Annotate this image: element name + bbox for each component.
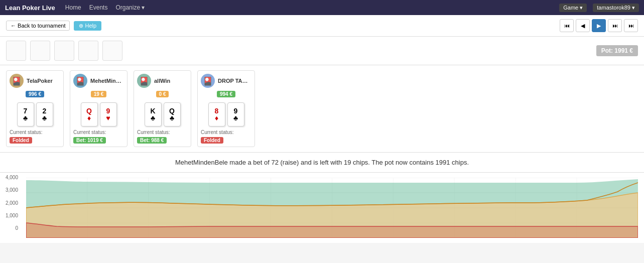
- navbar-left: Lean Poker Live Home Events Organize ▾: [5, 4, 145, 12]
- card-rank-1-1: 9: [106, 107, 110, 114]
- y-label-3000: 3,000: [1, 187, 18, 193]
- navbar-links: Home Events Organize ▾: [65, 4, 145, 11]
- player-card-1: 🎴 MehetMindenBele 19 € Q ♦ 9 ♥ Current s…: [70, 70, 127, 147]
- play-button[interactable]: ▶: [592, 19, 606, 32]
- toolbar-left: ← Back to tournament ⊕ Help: [6, 21, 101, 31]
- nav-home[interactable]: Home: [65, 4, 81, 11]
- card-rank-1-0: Q: [86, 107, 92, 114]
- player-chips-1: 19 €: [91, 91, 106, 97]
- player-name-1: MehetMindenBele: [90, 78, 124, 84]
- player-header-1: 🎴 MehetMindenBele: [73, 74, 124, 88]
- player-header-0: 🎴 TelaPoker: [10, 74, 60, 88]
- card-1-1: 9 ♥: [100, 102, 117, 126]
- skip-back-button[interactable]: ⏮: [560, 19, 574, 32]
- player-cards-0: 7 ♣ 2 ♣: [10, 102, 60, 126]
- card-suit-1-1: ♥: [106, 114, 110, 121]
- chip-chart: 4,000 3,000 2,000 1,000 0: [0, 173, 644, 243]
- player-avatar-0: 🎴: [10, 74, 24, 88]
- card-suit-2-0: ♣: [151, 114, 155, 121]
- empty-slots-row: Pot: 1991 €: [0, 37, 644, 65]
- status-badge-2: Bet: 988 €: [137, 137, 167, 144]
- player-chips-2: 0 €: [156, 91, 169, 97]
- card-1-0: Q ♦: [81, 102, 98, 126]
- game-message: MehetMindenBele made a bet of 72 (raise)…: [0, 153, 644, 173]
- y-label-2000: 2,000: [1, 200, 18, 206]
- nav-events[interactable]: Events: [89, 4, 108, 11]
- card-rank-2-0: K: [150, 107, 155, 114]
- pot-display: Pot: 1991 €: [596, 45, 638, 56]
- player-avatar-1: 🎴: [73, 74, 87, 88]
- empty-slot-3: [54, 41, 74, 61]
- message-text: MehetMindenBele made a bet of 72 (raise)…: [175, 159, 469, 166]
- toolbar: ← Back to tournament ⊕ Help ⏮ ◀ ▶ ⏭ ⏭: [0, 15, 644, 37]
- player-name-3: DROP TABLE users: [218, 78, 251, 84]
- player-avatar-2: 🎴: [137, 74, 151, 88]
- player-header-3: 🎴 DROP TABLE users: [201, 74, 251, 88]
- back-to-tournament-button[interactable]: ← Back to tournament: [6, 21, 70, 31]
- player-cards-2: K ♣ Q ♣: [137, 102, 188, 126]
- card-suit-0-0: ♣: [23, 114, 28, 121]
- card-rank-2-1: Q: [169, 107, 175, 114]
- card-suit-1-0: ♦: [87, 114, 91, 121]
- status-label-0: Current status:: [10, 129, 60, 135]
- player-cards-1: Q ♦ 9 ♥: [73, 102, 124, 126]
- status-label-1: Current status:: [73, 129, 124, 135]
- player-card-2: 🎴 allWin 0 € K ♣ Q ♣ Current status: Bet…: [134, 70, 191, 147]
- y-label-1000: 1,000: [1, 213, 18, 218]
- navbar-right: Game ▾ tamastorok89 ▾: [559, 4, 639, 12]
- empty-slot-5: [102, 41, 122, 61]
- player-name-2: allWin: [154, 78, 170, 84]
- player-header-2: 🎴 allWin: [137, 74, 188, 88]
- player-cards-3: 8 ♦ 9 ♣: [201, 102, 251, 126]
- step-back-button[interactable]: ◀: [576, 19, 590, 32]
- game-button[interactable]: Game ▾: [559, 4, 587, 12]
- player-card-3: 🎴 DROP TABLE users 994 € 8 ♦ 9 ♣ Current…: [197, 70, 255, 147]
- navbar: Lean Poker Live Home Events Organize ▾ G…: [0, 0, 644, 15]
- y-label-4000: 4,000: [1, 175, 18, 180]
- card-3-1: 9 ♣: [227, 102, 244, 126]
- card-0-1: 2 ♣: [36, 102, 53, 126]
- card-rank-3-0: 8: [215, 107, 219, 114]
- player-avatar-3: 🎴: [201, 74, 215, 88]
- playback-controls: ⏮ ◀ ▶ ⏭ ⏭: [560, 19, 638, 32]
- user-menu-button[interactable]: tamastorok89 ▾: [593, 4, 639, 12]
- y-label-0: 0: [1, 225, 18, 231]
- status-badge-1: Bet: 1019 €: [73, 137, 106, 144]
- player-chips-3: 994 €: [217, 91, 235, 97]
- card-suit-0-1: ♣: [42, 114, 47, 121]
- step-forward-button[interactable]: ⏭: [608, 19, 622, 32]
- card-rank-3-1: 9: [234, 107, 238, 114]
- help-button[interactable]: ⊕ Help: [74, 21, 101, 31]
- status-label-2: Current status:: [137, 129, 188, 135]
- status-badge-3: Folded: [201, 137, 223, 144]
- brand-logo: Lean Poker Live: [5, 4, 55, 12]
- player-name-0: TelaPoker: [27, 78, 53, 84]
- chart-canvas: [26, 178, 638, 238]
- status-label-3: Current status:: [201, 129, 251, 135]
- card-3-0: 8 ♦: [208, 102, 225, 126]
- chart-y-axis: 4,000 3,000 2,000 1,000 0: [0, 173, 20, 233]
- nav-organize[interactable]: Organize ▾: [115, 4, 145, 11]
- card-2-1: Q ♣: [164, 102, 181, 126]
- status-badge-0: Folded: [10, 137, 32, 144]
- empty-slot-4: [78, 41, 98, 61]
- player-card-0: 🎴 TelaPoker 996 € 7 ♣ 2 ♣ Current status…: [6, 70, 64, 147]
- player-chips-0: 996 €: [26, 91, 44, 97]
- skip-forward-button[interactable]: ⏭: [624, 19, 638, 32]
- card-suit-3-1: ♣: [233, 114, 238, 121]
- card-suit-2-1: ♣: [170, 114, 174, 121]
- players-area: 🎴 TelaPoker 996 € 7 ♣ 2 ♣ Current status…: [0, 65, 644, 153]
- card-0-0: 7 ♣: [17, 102, 34, 126]
- card-2-0: K ♣: [145, 102, 162, 126]
- empty-slot-1: [6, 41, 26, 61]
- card-rank-0-1: 2: [43, 107, 47, 114]
- card-suit-3-0: ♦: [215, 114, 218, 121]
- empty-slot-2: [30, 41, 50, 61]
- card-rank-0-0: 7: [24, 107, 28, 114]
